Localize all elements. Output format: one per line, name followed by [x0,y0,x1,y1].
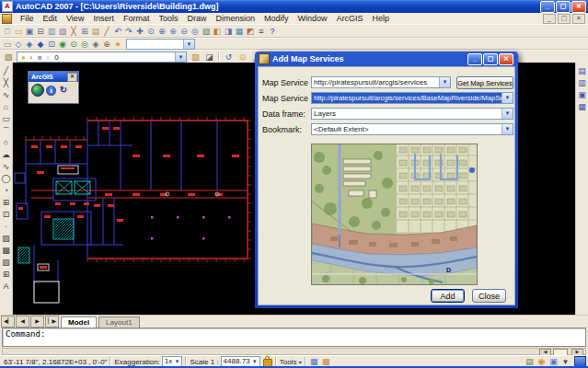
next-tab-button[interactable]: ▶ [30,316,44,328]
multiline-text-icon[interactable]: A [0,281,12,293]
bookmark-combo[interactable]: <Default Extent> ▼ [311,123,513,135]
revision-cloud-icon[interactable]: ☁ [0,149,12,161]
dialog-titlebar[interactable]: Add Map Services _ ▢ ✕ [258,52,515,66]
help-icon[interactable]: ? [267,26,278,37]
qnew-icon[interactable]: □ [2,26,13,37]
layer-manager-icon[interactable]: ▧ [2,52,15,63]
identify-icon[interactable]: i [46,86,56,96]
menu-insert[interactable]: Insert [88,14,119,23]
layer-on-icon[interactable]: ● [19,52,28,63]
named-view-combo[interactable]: ▼ [126,39,195,50]
close-icon[interactable]: ✕ [67,73,77,82]
add-button[interactable]: Add [431,289,465,303]
dialog-minimize-button[interactable]: _ [467,53,482,65]
menu-format[interactable]: Format [119,14,155,23]
circle-icon[interactable]: ○ [0,137,12,149]
spline-icon[interactable]: ∿ [0,161,12,173]
menu-help[interactable]: Help [368,14,395,23]
polygon-icon[interactable]: ⌂ [0,101,12,113]
zoom-realtime-icon[interactable]: ⊙ [145,26,156,37]
3d-pan-icon[interactable]: ◈ [24,39,35,50]
point-icon[interactable]: · [0,221,12,233]
zoom-scale-icon[interactable]: ⊖ [179,26,190,37]
doc-close-button[interactable]: ✕ [572,14,585,24]
chevron-down-icon[interactable]: ▼ [502,124,513,134]
get-map-services-button[interactable]: Get Map Services [456,76,513,89]
zoom-previous-icon[interactable]: ◎ [190,26,201,37]
workspace-icon[interactable]: ▭ [2,39,13,50]
undo-icon[interactable]: ↶ [112,26,123,37]
view-iso-icon[interactable]: ◎ [79,39,90,50]
menu-view[interactable]: View [62,14,88,23]
camera-icon[interactable]: ◈ [90,39,101,50]
pan-icon[interactable]: ✚ [134,26,145,37]
view-top-icon[interactable]: ⊙ [68,39,79,50]
region-icon[interactable]: ▧ [0,257,12,269]
paste-icon[interactable]: ▤ [90,26,101,37]
close-button[interactable]: ✕ [571,1,586,13]
globe-icon[interactable] [31,84,44,97]
bring-above-icon[interactable]: ▣ [576,89,588,101]
table-icon[interactable]: ⊞ [0,269,12,281]
tool-palettes-icon[interactable]: ◨ [223,26,234,37]
send-to-back-icon[interactable]: ▥ [576,77,588,89]
menu-draw[interactable]: Draw [182,14,211,23]
url-combo[interactable]: http://piratespursuit/arcgis/services ▼ [311,76,451,88]
polyline-icon[interactable]: ∿ [0,89,12,101]
sheet-set-manager-icon[interactable]: ▦ [234,26,245,37]
bring-to-front-icon[interactable]: ▤ [576,65,588,77]
menu-edit[interactable]: Edit [39,14,63,23]
hatch-icon[interactable]: ▨ [0,233,12,245]
plot-icon[interactable]: ⊟ [35,26,46,37]
command-line-window[interactable]: Command: [2,328,586,347]
open-icon[interactable]: ▭ [13,26,24,37]
gradient-icon[interactable]: ▩ [0,245,12,257]
chevron-down-icon[interactable]: ▼ [502,93,513,103]
markup-icon[interactable]: ◩ [245,26,256,37]
designcenter-icon[interactable]: ◧ [212,26,223,37]
chevron-down-icon[interactable]: ▼ [183,40,194,49]
doc-restore-button[interactable]: ▢ [558,14,571,24]
last-tab-button[interactable]: ▏▶ [45,316,59,328]
menu-dimension[interactable]: Dimension [211,14,259,23]
save-icon[interactable]: ▣ [24,26,35,37]
refresh-icon[interactable]: ↻ [58,85,69,96]
3d-swivel-icon[interactable]: ⊡ [46,39,57,50]
copy-icon[interactable]: ⊞ [79,26,90,37]
chevron-down-icon[interactable]: ▼ [439,77,450,87]
zoom-window-icon[interactable]: ⊕ [156,26,167,37]
make-block-icon[interactable]: ⊡ [0,209,12,221]
quickcalc-icon[interactable]: ≡ [256,26,267,37]
arcgis-palette-titlebar[interactable]: ArcGIS ✕ [29,72,78,82]
first-tab-button[interactable]: ◀▏ [1,316,15,328]
service-combo[interactable]: http://piratespursuit/arcgis/services/Ba… [311,92,513,104]
ellipse-arc-icon[interactable]: ◔ [0,185,12,197]
dialog-maximize-button[interactable]: ▢ [483,53,498,65]
rectangle-icon[interactable]: ▭ [0,113,12,125]
menu-window[interactable]: Window [294,14,332,23]
restore-button[interactable]: ▢ [556,1,571,13]
menu-file[interactable]: File [16,14,39,23]
plot-preview-icon[interactable]: ▥ [46,26,57,37]
minimize-button[interactable]: _ [540,1,555,13]
menu-modify[interactable]: Modify [259,14,294,23]
match-properties-icon[interactable]: ╱ [101,26,112,37]
menu-tools[interactable]: Tools [154,14,182,23]
send-under-icon[interactable]: ▦ [576,101,588,113]
line-icon[interactable]: ╱ [0,65,12,77]
3d-orbit-icon[interactable]: ◇ [13,39,24,50]
cut-icon[interactable]: ╳ [68,26,79,37]
layer-lock-icon[interactable]: ■ [36,52,44,63]
command-hscrollbar[interactable]: ◀ ▶ [2,348,586,355]
layer-freeze-icon[interactable]: ◐ [28,52,36,63]
menu-arcgis[interactable]: ArcGIS [332,14,368,23]
properties-icon[interactable]: ▧ [201,26,212,37]
3d-zoom-icon[interactable]: ◆ [35,39,46,50]
redo-icon[interactable]: ↷ [123,26,134,37]
sun-icon[interactable]: ● [112,39,123,50]
layer-walk-icon[interactable]: ⊙ [236,52,249,63]
view-front-icon[interactable]: ◉ [57,39,68,50]
construction-line-icon[interactable]: ╳ [0,77,12,89]
zoom-dynamic-icon[interactable]: ⊕ [167,26,179,37]
publish-icon[interactable]: ▨ [57,26,68,37]
